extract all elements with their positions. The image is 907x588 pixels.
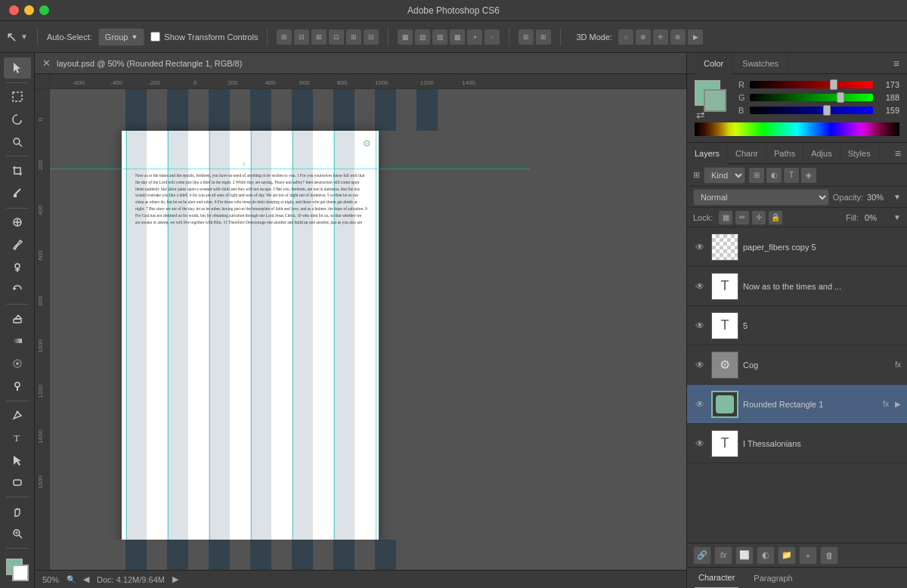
maximize-button[interactable]	[39, 5, 49, 15]
add-mask-button[interactable]: ⬜	[735, 546, 754, 565]
eyedropper-tool[interactable]	[4, 183, 31, 204]
layer-visibility-rounded[interactable]: 👁	[693, 398, 707, 411]
dist-bottom-icon[interactable]: ▫	[484, 29, 500, 45]
show-transform-checkbox[interactable]	[150, 32, 160, 42]
move-tool[interactable]	[4, 57, 31, 79]
filter-adjustment-icon[interactable]: ◐	[766, 168, 782, 183]
layer-visibility-thess[interactable]: 👁	[693, 437, 707, 450]
g-slider[interactable]	[750, 94, 873, 101]
layers-panel-menu[interactable]: ≡	[895, 147, 901, 159]
canvas-scroll[interactable]: -600 -400 -200 0 200 400 600 800 1000 12…	[35, 74, 686, 570]
selection-tool-icon[interactable]: ↖	[6, 29, 17, 45]
layer-visibility-paper[interactable]: 👁	[693, 240, 707, 254]
tab-layers[interactable]: Layers	[687, 143, 728, 164]
minimize-button[interactable]	[24, 5, 34, 15]
layer-visibility-cog[interactable]: 👁	[693, 358, 707, 372]
clone-stamp-tool[interactable]	[4, 257, 31, 278]
background-color[interactable]	[12, 565, 29, 581]
layer-visibility-5[interactable]: 👁	[693, 319, 707, 333]
lock-brush-icon[interactable]: ✏	[735, 211, 749, 224]
add-group-button[interactable]: 📁	[778, 546, 796, 565]
tab-swatches[interactable]: Swatches	[733, 53, 788, 74]
layer-expand-icon[interactable]: ▶	[895, 400, 901, 408]
add-layer-style-button[interactable]: fx	[714, 546, 732, 565]
tab-adjustments[interactable]: Adjus	[803, 143, 840, 164]
blur-tool[interactable]	[4, 353, 31, 374]
quick-select-tool[interactable]	[4, 132, 31, 153]
dodge-tool[interactable]	[4, 376, 31, 397]
color-spectrum[interactable]	[695, 122, 899, 136]
3d-icon-1[interactable]: ○	[618, 29, 633, 45]
gradient-tool[interactable]	[4, 331, 31, 352]
lasso-tool[interactable]	[4, 109, 31, 130]
text-tool[interactable]: T	[4, 427, 31, 448]
heal-tool[interactable]	[4, 212, 31, 234]
doc-close-button[interactable]: ✕	[42, 57, 51, 69]
layer-times[interactable]: 👁 T Now as to the times and ...	[687, 267, 907, 306]
arrange-icon-1[interactable]: ⊞	[519, 29, 534, 45]
filter-kind-select[interactable]: Kind	[704, 167, 745, 184]
fill-dropdown-icon[interactable]: ▼	[893, 213, 901, 221]
b-slider[interactable]	[750, 107, 873, 114]
add-layer-button[interactable]: +	[799, 546, 817, 565]
align-center-h-icon[interactable]: ⊟	[294, 29, 309, 45]
layer-visibility-times[interactable]: 👁	[693, 280, 707, 293]
pen-tool[interactable]	[4, 404, 31, 426]
swap-colors-icon[interactable]: ⇄	[696, 109, 705, 121]
doc-tab-title[interactable]: layout.psd @ 50% (Rounded Rectangle 1, R…	[57, 59, 242, 68]
3d-icon-2[interactable]: ⊕	[636, 29, 651, 45]
tab-paragraph[interactable]: Paragraph	[750, 568, 796, 589]
align-right-icon[interactable]: ⊠	[311, 29, 327, 45]
lock-move-icon[interactable]: ✛	[752, 211, 766, 224]
crop-tool[interactable]	[4, 160, 31, 181]
lock-checkerboard-icon[interactable]: ▦	[719, 211, 732, 224]
history-brush-tool[interactable]	[4, 279, 31, 300]
background-swatch[interactable]	[704, 89, 726, 112]
status-arrow-right[interactable]: ▶	[172, 574, 178, 584]
tool-dropdown-arrow[interactable]: ▼	[20, 32, 28, 41]
color-swatches[interactable]	[3, 556, 32, 580]
layer-paper-fibers[interactable]: 👁 paper_fibers copy 5	[687, 227, 907, 267]
layer-rounded-rect[interactable]: 👁 Rounded Rectangle 1 fx ▶	[687, 385, 907, 424]
hand-tool[interactable]	[4, 501, 31, 522]
dist-left-icon[interactable]: ▦	[398, 29, 413, 45]
align-top-icon[interactable]: ⊡	[329, 29, 344, 45]
filter-shape-icon[interactable]: ◈	[801, 168, 816, 183]
path-select-tool[interactable]	[4, 450, 31, 471]
tab-paths[interactable]: Paths	[766, 143, 803, 164]
layer-cog[interactable]: 👁 ⚙ Cog fx	[687, 345, 907, 385]
tab-styles[interactable]: Styles	[840, 143, 879, 164]
blend-mode-select[interactable]: Normal	[693, 189, 829, 206]
tab-channels[interactable]: Chanr	[728, 143, 766, 164]
opacity-dropdown-icon[interactable]: ▼	[893, 193, 901, 201]
delete-layer-button[interactable]: 🗑	[820, 546, 838, 565]
b-thumb[interactable]	[823, 105, 831, 116]
r-slider[interactable]	[750, 81, 873, 88]
zoom-tool[interactable]	[4, 524, 31, 545]
filter-pixel-icon[interactable]: ⊞	[749, 168, 764, 183]
arrange-icon-2[interactable]: ⊞	[536, 29, 551, 45]
add-adjustment-button[interactable]: ◐	[757, 546, 775, 565]
layer-thessalonians[interactable]: 👁 T I Thessalonians	[687, 424, 907, 463]
show-transform-label[interactable]: Show Transform Controls	[150, 32, 258, 42]
shape-tool[interactable]	[4, 472, 31, 493]
tab-color[interactable]: Color	[695, 53, 733, 74]
dist-center-v-icon[interactable]: ▪	[467, 29, 482, 45]
canvas-content[interactable]: 5 Now as to the times and the epochs, br…	[50, 89, 686, 570]
align-bottom-icon[interactable]: ⊟	[364, 29, 379, 45]
link-layers-button[interactable]: 🔗	[693, 546, 711, 565]
eraser-tool[interactable]	[4, 308, 31, 330]
filter-type-icon-2[interactable]: T	[784, 168, 799, 183]
tab-character[interactable]: Character	[695, 568, 738, 589]
g-thumb[interactable]	[837, 92, 844, 103]
align-center-v-icon[interactable]: ⊞	[346, 29, 361, 45]
3d-icon-4[interactable]: ⊗	[670, 29, 686, 45]
3d-icon-5[interactable]: ▶	[688, 29, 703, 45]
layer-5[interactable]: 👁 T 5	[687, 306, 907, 345]
dist-center-h-icon[interactable]: ▧	[415, 29, 430, 45]
status-arrow-left[interactable]: ◀	[83, 574, 89, 584]
dist-right-icon[interactable]: ▨	[432, 29, 447, 45]
group-dropdown[interactable]: Group ▼	[98, 28, 145, 46]
align-left-icon[interactable]: ⊞	[277, 29, 292, 45]
close-button[interactable]	[9, 5, 19, 15]
